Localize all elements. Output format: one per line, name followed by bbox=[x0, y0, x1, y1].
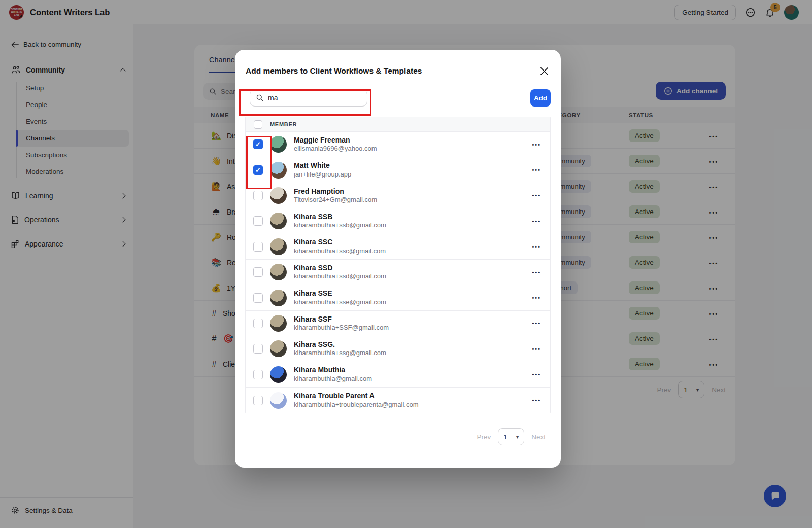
select-all-checkbox[interactable] bbox=[254, 120, 262, 129]
member-info: Kihara Mbuthiakiharambuthia@gmail.com bbox=[294, 366, 532, 383]
member-name: Kihara SSG. bbox=[294, 340, 532, 349]
member-row: ✓Maggie Freemanellismania9696@yahoo.com•… bbox=[246, 132, 550, 157]
member-info: Kihara SSEkiharambuthia+sse@gmail.com bbox=[294, 289, 532, 306]
member-checkbox[interactable] bbox=[253, 191, 263, 200]
add-members-button[interactable]: Add bbox=[530, 89, 551, 107]
member-name: Kihara SSC bbox=[294, 238, 532, 247]
next-button[interactable]: Next bbox=[531, 433, 546, 441]
member-name: Kihara SSD bbox=[294, 264, 532, 273]
member-row: Kihara SSBkiharambuthia+ssb@gmail.com••• bbox=[246, 208, 550, 234]
member-row: Kihara SSEkiharambuthia+sse@gmail.com••• bbox=[246, 285, 550, 310]
member-avatar bbox=[270, 340, 287, 357]
modal-pagination: Prev 1 ▾ Next bbox=[477, 428, 546, 445]
member-email: ellismania9696@yahoo.com bbox=[294, 145, 532, 153]
member-avatar bbox=[270, 392, 287, 409]
member-row: Kihara SSG.kiharambuthia+ssg@gmail.com••… bbox=[246, 336, 550, 362]
close-icon bbox=[540, 67, 549, 76]
member-checkbox[interactable] bbox=[253, 344, 263, 354]
member-menu-button[interactable]: ••• bbox=[532, 167, 541, 173]
member-menu-button[interactable]: ••• bbox=[532, 371, 541, 377]
member-name: Kihara SSE bbox=[294, 289, 532, 298]
member-row: Kihara SSFkiharambuthia+SSF@gmail.com••• bbox=[246, 311, 550, 336]
page-select[interactable]: 1 ▾ bbox=[498, 428, 524, 445]
member-menu-button[interactable]: ••• bbox=[532, 346, 541, 352]
member-name: Kihara Trouble Parent A bbox=[294, 392, 532, 401]
member-row: ✓Matt Whitejan+life@group.app••• bbox=[246, 157, 550, 183]
member-avatar bbox=[270, 290, 287, 306]
member-list: MEMBER ✓Maggie Freemanellismania9696@yah… bbox=[245, 117, 551, 413]
member-row: Kihara Trouble Parent Akiharambuthia+tro… bbox=[246, 388, 550, 413]
page-number: 1 bbox=[503, 433, 507, 441]
member-name: Kihara SSF bbox=[294, 315, 532, 324]
member-info: Maggie Freemanellismania9696@yahoo.com bbox=[294, 136, 532, 153]
member-row: Kihara Mbuthiakiharambuthia@gmail.com••• bbox=[246, 362, 550, 388]
member-checkbox[interactable] bbox=[253, 216, 263, 226]
member-info: Matt Whitejan+life@group.app bbox=[294, 161, 532, 179]
member-info: Kihara SSG.kiharambuthia+ssg@gmail.com bbox=[294, 340, 532, 358]
member-checkbox[interactable] bbox=[253, 293, 263, 303]
member-info: Kihara SSCkiharambuthia+ssc@gmail.com bbox=[294, 238, 532, 255]
member-menu-button[interactable]: ••• bbox=[532, 192, 541, 198]
member-info: Kihara Trouble Parent Akiharambuthia+tro… bbox=[294, 392, 532, 409]
member-menu-button[interactable]: ••• bbox=[532, 320, 541, 326]
member-info: Kihara SSFkiharambuthia+SSF@gmail.com bbox=[294, 315, 532, 332]
member-email: kiharambuthia+sse@gmail.com bbox=[294, 298, 532, 306]
member-search-box bbox=[250, 89, 367, 107]
member-checkbox[interactable] bbox=[253, 267, 263, 277]
member-email: jan+life@group.app bbox=[294, 170, 532, 179]
member-menu-button[interactable]: ••• bbox=[532, 397, 541, 403]
member-row: Kihara SSCkiharambuthia+ssc@gmail.com••• bbox=[246, 234, 550, 260]
prev-button[interactable]: Prev bbox=[477, 433, 491, 441]
member-menu-button[interactable]: ••• bbox=[532, 218, 541, 224]
member-name: Kihara Mbuthia bbox=[294, 366, 532, 375]
member-search-input[interactable] bbox=[268, 94, 354, 102]
member-checkbox[interactable] bbox=[253, 396, 263, 405]
member-avatar bbox=[270, 264, 287, 280]
caret-down-icon: ▾ bbox=[516, 434, 519, 440]
member-email: kiharambuthia+troubleparenta@gmail.com bbox=[294, 401, 532, 409]
member-column-label: MEMBER bbox=[270, 121, 297, 127]
member-avatar bbox=[270, 136, 287, 153]
member-checkbox[interactable]: ✓ bbox=[253, 165, 263, 175]
member-menu-button[interactable]: ••• bbox=[532, 243, 541, 250]
member-avatar bbox=[270, 366, 287, 383]
member-info: Fred HamptionTitovisor24+Gm@gmail.com bbox=[294, 187, 532, 204]
member-email: Titovisor24+Gm@gmail.com bbox=[294, 196, 532, 204]
member-email: kiharambuthia+ssd@gmail.com bbox=[294, 272, 532, 280]
member-checkbox[interactable] bbox=[253, 319, 263, 328]
member-name: Maggie Freeman bbox=[294, 136, 532, 145]
member-menu-button[interactable]: ••• bbox=[532, 269, 541, 275]
member-checkbox[interactable]: ✓ bbox=[253, 139, 263, 149]
member-name: Matt White bbox=[294, 161, 532, 170]
member-menu-button[interactable]: ••• bbox=[532, 142, 541, 148]
member-avatar bbox=[270, 315, 287, 332]
member-avatar bbox=[270, 213, 287, 229]
member-email: kiharambuthia+ssc@gmail.com bbox=[294, 247, 532, 255]
member-avatar bbox=[270, 238, 287, 255]
member-email: kiharambuthia+SSF@gmail.com bbox=[294, 324, 532, 332]
member-name: Kihara SSB bbox=[294, 213, 532, 222]
member-checkbox[interactable] bbox=[253, 242, 263, 252]
member-row: Fred HamptionTitovisor24+Gm@gmail.com••• bbox=[246, 183, 550, 208]
member-info: Kihara SSBkiharambuthia+ssb@gmail.com bbox=[294, 213, 532, 230]
member-name: Fred Hamption bbox=[294, 187, 532, 196]
member-info: Kihara SSDkiharambuthia+ssd@gmail.com bbox=[294, 264, 532, 281]
member-avatar bbox=[270, 187, 287, 204]
member-list-header: MEMBER bbox=[246, 117, 550, 132]
add-members-modal: Add members to Client Workflows & Templa… bbox=[235, 50, 561, 468]
member-email: kiharambuthia@gmail.com bbox=[294, 375, 532, 383]
modal-title: Add members to Client Workflows & Templa… bbox=[246, 66, 422, 76]
member-email: kiharambuthia+ssg@gmail.com bbox=[294, 349, 532, 357]
member-avatar bbox=[270, 162, 287, 179]
member-list-body: ✓Maggie Freemanellismania9696@yahoo.com•… bbox=[246, 132, 550, 413]
member-menu-button[interactable]: ••• bbox=[532, 295, 541, 301]
member-checkbox[interactable] bbox=[253, 370, 263, 379]
close-button[interactable] bbox=[540, 67, 549, 76]
member-email: kiharambuthia+ssb@gmail.com bbox=[294, 221, 532, 229]
search-icon bbox=[256, 94, 264, 102]
member-row: Kihara SSDkiharambuthia+ssd@gmail.com••• bbox=[246, 260, 550, 285]
